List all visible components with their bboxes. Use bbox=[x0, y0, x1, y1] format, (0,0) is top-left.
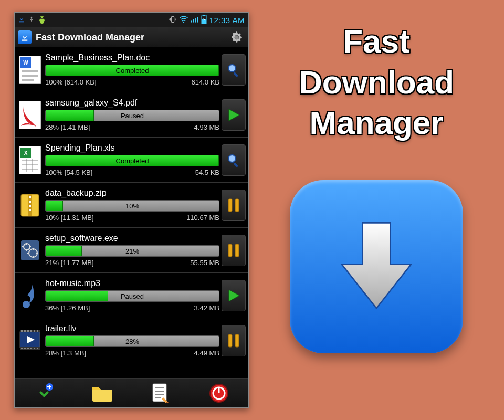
file-type-icon: X bbox=[17, 144, 43, 176]
svg-point-40 bbox=[23, 301, 30, 308]
download-item[interactable]: samsung_galaxy_S4.pdfPaused28% [1.41 MB]… bbox=[15, 92, 248, 138]
promo-line1: Fast bbox=[299, 21, 454, 62]
detail-left: 36% [1.26 MB] bbox=[45, 304, 90, 312]
action-pause-button[interactable] bbox=[222, 325, 246, 356]
app-icon bbox=[18, 30, 32, 44]
file-type-icon bbox=[17, 234, 43, 267]
progress-label: Paused bbox=[46, 291, 219, 301]
svg-rect-29 bbox=[29, 196, 31, 198]
svg-rect-45 bbox=[24, 330, 26, 332]
usb-icon bbox=[28, 15, 35, 25]
svg-rect-32 bbox=[29, 209, 31, 211]
progress-label: 10% bbox=[46, 201, 219, 211]
battery-icon bbox=[201, 15, 207, 26]
bottom-bar bbox=[15, 378, 248, 407]
svg-rect-39 bbox=[235, 244, 239, 257]
svg-rect-50 bbox=[21, 348, 23, 349]
file-type-icon bbox=[17, 99, 43, 131]
debug-icon bbox=[38, 15, 46, 25]
file-name: samsung_galaxy_S4.pdf bbox=[45, 98, 219, 108]
svg-rect-17 bbox=[22, 75, 38, 77]
file-details: 21% [11.77 MB]55.55 MB bbox=[45, 259, 219, 267]
download-item[interactable]: setup_software.exe21%21% [11.77 MB]55.55… bbox=[15, 228, 248, 273]
svg-rect-31 bbox=[29, 205, 31, 207]
svg-rect-30 bbox=[29, 201, 31, 203]
svg-rect-18 bbox=[22, 79, 34, 81]
promo-line2: Download bbox=[299, 62, 454, 103]
action-play-button[interactable] bbox=[222, 280, 246, 311]
vibrate-icon bbox=[169, 15, 177, 25]
appbar: Fast Download Manager bbox=[15, 27, 248, 47]
svg-point-1 bbox=[41, 16, 43, 18]
svg-rect-0 bbox=[19, 21, 24, 22]
svg-rect-2 bbox=[171, 16, 174, 22]
svg-rect-54 bbox=[34, 348, 35, 349]
action-search-button[interactable] bbox=[222, 54, 246, 86]
svg-text:W: W bbox=[23, 60, 28, 66]
progress-label: Completed bbox=[46, 155, 219, 166]
app-title: Fast Download Manager bbox=[36, 32, 225, 43]
download-info: trailer.flv28%28% [1.3 MB]4.49 MB bbox=[45, 324, 219, 357]
power-button[interactable] bbox=[204, 381, 234, 406]
action-pause-button[interactable] bbox=[222, 190, 246, 221]
promo-line3: Manager bbox=[299, 102, 454, 143]
add-download-button[interactable] bbox=[29, 381, 59, 406]
list-button[interactable] bbox=[146, 381, 175, 406]
downloads-list[interactable]: WSample_Business_Plan.docCompleted100% [… bbox=[15, 47, 248, 378]
action-pause-button[interactable] bbox=[222, 235, 246, 266]
detail-left: 100% [54.5 KB] bbox=[45, 169, 92, 176]
svg-point-3 bbox=[183, 22, 184, 23]
promo-panel: Fast Download Manager bbox=[249, 0, 504, 420]
status-clock: 12:33 AM bbox=[209, 16, 245, 25]
svg-rect-46 bbox=[27, 330, 29, 332]
download-info: hot-music.mp3Paused36% [1.26 MB]3.42 MB bbox=[45, 279, 219, 312]
download-item[interactable]: trailer.flv28%28% [1.3 MB]4.49 MB bbox=[15, 318, 248, 363]
progress-label: Completed bbox=[46, 65, 219, 76]
progress-bar: 10% bbox=[45, 200, 219, 212]
action-search-button[interactable] bbox=[222, 144, 246, 176]
file-type-icon bbox=[17, 324, 43, 357]
detail-right: 614.0 KB bbox=[192, 78, 220, 86]
file-name: trailer.flv bbox=[45, 324, 219, 333]
file-name: hot-music.mp3 bbox=[45, 279, 219, 288]
download-item[interactable]: XSpending_Plan.xlsCompleted100% [54.5 KB… bbox=[15, 138, 248, 183]
file-details: 28% [1.3 MB]4.49 MB bbox=[45, 349, 219, 357]
progress-label: Paused bbox=[46, 110, 219, 121]
download-info: Spending_Plan.xlsCompleted100% [54.5 KB]… bbox=[45, 143, 219, 176]
detail-left: 28% [1.41 MB] bbox=[45, 123, 90, 131]
download-info: samsung_galaxy_S4.pdfPaused28% [1.41 MB]… bbox=[45, 98, 219, 131]
download-info: data_backup.zip10%10% [11.31 MB]110.67 M… bbox=[45, 188, 219, 222]
svg-rect-6 bbox=[195, 18, 196, 22]
detail-right: 4.93 MB bbox=[194, 123, 219, 131]
app-logo bbox=[290, 180, 463, 353]
svg-rect-52 bbox=[27, 348, 29, 349]
download-item[interactable]: hot-music.mp3Paused36% [1.26 MB]3.42 MB bbox=[15, 273, 248, 318]
file-name: data_backup.zip bbox=[45, 188, 219, 198]
download-item[interactable]: data_backup.zip10%10% [11.31 MB]110.67 M… bbox=[15, 183, 248, 228]
svg-rect-11 bbox=[22, 40, 28, 41]
svg-rect-53 bbox=[30, 348, 32, 349]
file-details: 28% [1.41 MB]4.93 MB bbox=[45, 123, 219, 131]
action-play-button[interactable] bbox=[222, 99, 246, 131]
svg-rect-5 bbox=[193, 19, 194, 23]
svg-rect-16 bbox=[22, 70, 38, 72]
progress-bar: 21% bbox=[45, 245, 219, 257]
svg-rect-20 bbox=[233, 72, 238, 77]
download-item[interactable]: WSample_Business_Plan.docCompleted100% [… bbox=[15, 47, 248, 92]
promo-title: Fast Download Manager bbox=[299, 21, 454, 143]
svg-point-19 bbox=[228, 65, 236, 72]
detail-left: 21% [11.77 MB] bbox=[45, 259, 94, 267]
svg-rect-44 bbox=[21, 330, 23, 332]
folder-button[interactable] bbox=[88, 381, 117, 406]
svg-rect-49 bbox=[37, 330, 38, 332]
download-info: setup_software.exe21%21% [11.77 MB]55.55… bbox=[45, 234, 219, 267]
wifi-icon bbox=[179, 16, 188, 25]
statusbar: 12:33 AM bbox=[15, 13, 248, 27]
svg-point-12 bbox=[235, 35, 239, 39]
settings-button[interactable] bbox=[229, 29, 245, 45]
svg-rect-34 bbox=[235, 199, 239, 212]
file-type-icon: W bbox=[17, 54, 43, 86]
file-details: 100% [54.5 KB]54.5 KB bbox=[45, 169, 219, 176]
detail-right: 3.42 MB bbox=[194, 304, 219, 312]
file-name: Sample_Business_Plan.doc bbox=[45, 53, 219, 62]
